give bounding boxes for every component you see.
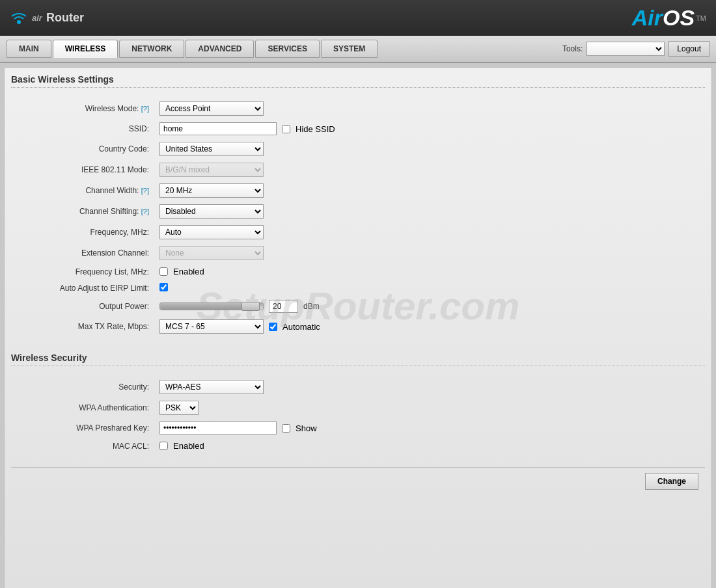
extension-channel-row: Extension Channel: None [11,243,705,263]
wireless-mode-label: Wireless Mode: [?] [11,98,154,119]
dbm-unit: dBm [303,302,320,311]
frequency-list-control: Enabled [154,263,705,280]
auto-adjust-label: Auto Adjust to EIRP Limit: [11,280,154,297]
automatic-label: Automatic [282,322,320,332]
ieee-mode-label: IEEE 802.11 Mode: [11,159,154,180]
wireless-security-form: Security: WPA-AES WPA Authentication: PS… [11,377,705,454]
auto-adjust-control [154,280,705,297]
change-button[interactable]: Change [645,473,698,490]
output-power-label: Output Power: [11,297,154,316]
wpa-auth-row: WPA Authentication: PSK [11,397,705,418]
tab-main[interactable]: MAIN [7,40,51,58]
main-content: SetupRouter.com Basic Wireless Settings … [4,67,712,588]
channel-shifting-row: Channel Shifting: [?] Disabled [11,201,705,222]
hide-ssid-label: Hide SSID [296,124,335,134]
frequency-control: Auto [154,222,705,243]
tab-system[interactable]: SYSTEM [321,40,378,58]
wpa-key-row: WPA Preshared Key: Show [11,418,705,438]
ieee-mode-select[interactable]: B/G/N mixed [159,163,264,177]
automatic-checkbox[interactable] [269,323,277,331]
ieee-mode-row: IEEE 802.11 Mode: B/G/N mixed [11,159,705,180]
nav-bar: MAIN WIRELESS NETWORK ADVANCED SERVICES … [0,36,716,63]
basic-wireless-section-header: Basic Wireless Settings [11,74,705,88]
wpa-auth-select[interactable]: PSK [159,401,199,415]
logo-italic: air [32,13,42,23]
mac-acl-label: MAC ACL: [11,438,154,454]
wpa-auth-control: PSK [154,397,705,418]
hide-ssid-checkbox[interactable] [282,125,290,133]
ieee-mode-control: B/G/N mixed [154,159,705,180]
ssid-row: SSID: Hide SSID [11,119,705,139]
wireless-mode-help[interactable]: [?] [141,105,149,113]
tab-wireless[interactable]: WIRELESS [53,40,118,58]
output-power-slider[interactable] [159,302,264,310]
frequency-row: Frequency, MHz: Auto [11,222,705,243]
svg-point-0 [17,20,21,24]
extension-channel-control: None [154,243,705,263]
wireless-mode-select[interactable]: Access Point [159,101,264,116]
channel-width-help[interactable]: [?] [141,187,149,194]
wpa-auth-label: WPA Authentication: [11,397,154,418]
ssid-input[interactable] [159,122,277,135]
channel-shifting-help[interactable]: [?] [141,207,149,215]
logo-area: air Router [10,9,84,27]
country-code-label: Country Code: [11,139,154,159]
wpa-key-control: Show [154,418,705,438]
extension-channel-label: Extension Channel: [11,243,154,263]
channel-width-label: Channel Width: [?] [11,180,154,201]
wireless-mode-row: Wireless Mode: [?] Access Point [11,98,705,119]
wpa-key-input[interactable] [159,421,277,434]
security-label: Security: [11,377,154,397]
extension-channel-select[interactable]: None [159,246,264,260]
frequency-label: Frequency, MHz: [11,222,154,243]
max-tx-select[interactable]: MCS 7 - 65 [159,319,264,334]
max-tx-row: Max TX Rate, Mbps: MCS 7 - 65 Automatic [11,316,705,337]
tools-select[interactable] [586,42,665,56]
wifi-icon [10,9,28,27]
tab-services[interactable]: SERVICES [255,40,319,58]
channel-width-select[interactable]: 20 MHz [159,183,264,198]
ssid-label: SSID: [11,119,154,139]
mac-acl-row: MAC ACL: Enabled [11,438,705,454]
tools-area: Tools: Logout [562,41,709,57]
channel-shifting-select[interactable]: Disabled [159,204,264,219]
output-power-row: Output Power: dBm [11,297,705,316]
mac-acl-checkbox[interactable] [159,442,168,450]
security-control: WPA-AES [154,377,705,397]
show-label: Show [296,423,317,433]
country-code-select[interactable]: United States [159,142,264,156]
max-tx-control: MCS 7 - 65 Automatic [154,316,705,337]
wireless-mode-control: Access Point [154,98,705,119]
tab-advanced[interactable]: ADVANCED [186,40,254,58]
airos-tm-text: TM [696,14,706,22]
content-wrapper: SetupRouter.com Basic Wireless Settings … [11,74,705,495]
security-row: Security: WPA-AES [11,377,705,397]
frequency-list-label: Frequency List, MHz: [11,263,154,280]
frequency-select[interactable]: Auto [159,225,264,239]
airos-air-text: Air [632,5,663,31]
tab-network[interactable]: NETWORK [119,40,184,58]
tools-label: Tools: [562,44,583,53]
max-tx-label: Max TX Rate, Mbps: [11,316,154,337]
auto-adjust-row: Auto Adjust to EIRP Limit: [11,280,705,297]
show-key-checkbox[interactable] [282,424,290,433]
frequency-list-enabled-label: Enabled [173,267,204,276]
output-power-control: dBm [154,297,705,316]
header: air Router Air OS TM [0,0,716,36]
logo-main: Router [46,11,84,25]
country-code-control: United States [154,139,705,159]
wireless-security-section-header: Wireless Security [11,353,705,366]
channel-width-control: 20 MHz [154,180,705,201]
output-power-input[interactable] [269,300,298,313]
airos-os-text: OS [663,5,695,31]
airos-logo: Air OS TM [632,5,706,31]
frequency-list-checkbox[interactable] [159,267,168,276]
auto-adjust-checkbox[interactable] [159,283,168,291]
wpa-key-label: WPA Preshared Key: [11,418,154,438]
security-select[interactable]: WPA-AES [159,380,264,394]
logout-button[interactable]: Logout [668,41,709,57]
channel-shifting-label: Channel Shifting: [?] [11,201,154,222]
channel-shifting-control: Disabled [154,201,705,222]
mac-acl-control: Enabled [154,438,705,454]
ssid-control: Hide SSID [154,119,705,139]
